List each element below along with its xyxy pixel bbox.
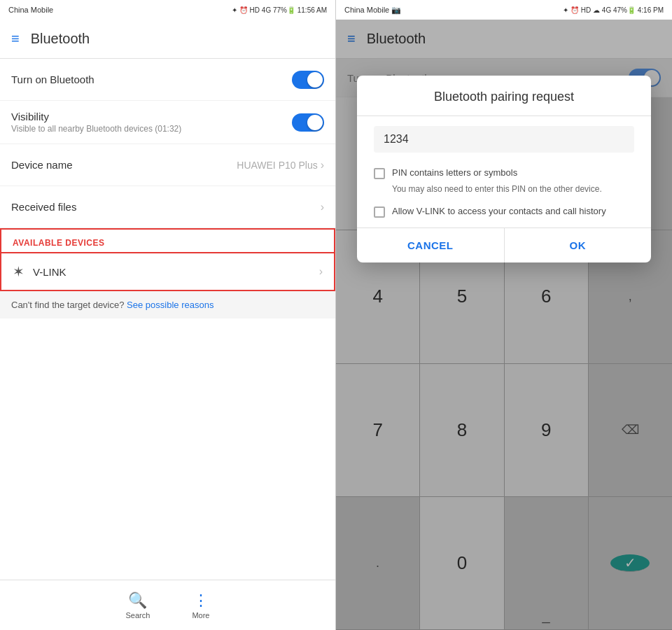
- dialog-title: Bluetooth pairing request: [357, 76, 651, 115]
- visibility-toggle[interactable]: [292, 113, 324, 132]
- left-status-icons: ✦ ⏰ HD 4G 77%🔋 11:56 AM: [232, 6, 327, 14]
- left-carrier: China Mobile: [8, 6, 53, 14]
- pin-input[interactable]: [374, 126, 634, 153]
- left-bottom-nav: 🔍 Search ⋮ More: [0, 580, 335, 630]
- left-app-bar: ≡ Bluetooth: [0, 20, 335, 59]
- left-hamburger-icon[interactable]: ≡: [11, 31, 20, 47]
- right-phone: China Mobile 📷 ✦ ⏰ HD ☁ 4G 47%🔋 4:16 PM …: [336, 0, 672, 630]
- device-name-label: Device name: [11, 159, 237, 171]
- received-files-label: Received files: [11, 201, 321, 213]
- visibility-label: Visibility: [11, 111, 292, 122]
- setting-device-name[interactable]: Device name HUAWEI P10 Plus ›: [0, 144, 335, 186]
- left-settings-list: Turn on Bluetooth Visibility Visible to …: [0, 59, 335, 580]
- nav-search[interactable]: 🔍 Search: [126, 592, 150, 620]
- pin-letters-sublabel: You may also need to enter this PIN on t…: [357, 183, 651, 201]
- contacts-access-label: Allow V-LINK to access your contacts and…: [392, 205, 606, 218]
- search-icon: 🔍: [128, 592, 147, 610]
- cancel-button[interactable]: CANCEL: [357, 228, 505, 262]
- checkbox-row-1[interactable]: PIN contains letters or symbols: [357, 162, 651, 183]
- dialog-overlay: Bluetooth pairing request PIN contains l…: [336, 20, 672, 630]
- available-devices-header: AVAILABLE DEVICES: [0, 228, 335, 252]
- setting-label-group: Turn on Bluetooth: [11, 74, 292, 85]
- device-vlink-chevron-icon: ›: [319, 265, 323, 278]
- more-icon: ⋮: [193, 592, 209, 610]
- dialog-buttons: CANCEL OK: [357, 227, 651, 262]
- bluetooth-device-icon: ✶: [13, 263, 24, 280]
- setting-visibility[interactable]: Visibility Visible to all nearby Bluetoo…: [0, 101, 335, 144]
- available-devices-section: ✶ V-LINK ›: [0, 252, 335, 291]
- bluetooth-toggle[interactable]: [292, 71, 324, 89]
- footer-hint: Can't find the target device? See possib…: [0, 291, 335, 318]
- device-name-label-group: Device name: [11, 159, 237, 171]
- search-label: Search: [126, 611, 150, 620]
- pin-letters-checkbox[interactable]: [374, 168, 385, 179]
- left-status-bar: China Mobile ✦ ⏰ HD 4G 77%🔋 11:56 AM: [0, 0, 335, 20]
- turn-on-bluetooth-label: Turn on Bluetooth: [11, 74, 292, 85]
- nav-more[interactable]: ⋮ More: [192, 592, 209, 620]
- received-files-label-group: Received files: [11, 201, 321, 213]
- contacts-access-checkbox[interactable]: [374, 206, 385, 218]
- device-name-chevron-icon: ›: [321, 159, 324, 172]
- device-item-vlink[interactable]: ✶ V-LINK ›: [1, 253, 334, 290]
- right-carrier: China Mobile 📷: [344, 6, 401, 15]
- footer-hint-text: Can't find the target device?: [11, 300, 124, 310]
- pin-input-container: [357, 116, 651, 162]
- left-phone: China Mobile ✦ ⏰ HD 4G 77%🔋 11:56 AM ≡ B…: [0, 0, 336, 630]
- right-status-bar: China Mobile 📷 ✦ ⏰ HD ☁ 4G 47%🔋 4:16 PM: [336, 0, 672, 20]
- setting-turn-on-bluetooth[interactable]: Turn on Bluetooth: [0, 59, 335, 101]
- ok-button[interactable]: OK: [505, 228, 652, 262]
- device-name-value: HUAWEI P10 Plus: [237, 160, 317, 171]
- setting-received-files[interactable]: Received files ›: [0, 186, 335, 228]
- more-label: More: [192, 611, 209, 620]
- footer-hint-link[interactable]: See possible reasons: [127, 300, 214, 310]
- received-files-chevron-icon: ›: [321, 201, 324, 214]
- setting-visibility-label-group: Visibility Visible to all nearby Bluetoo…: [11, 111, 292, 134]
- device-name-vlink: V-LINK: [33, 266, 311, 278]
- checkbox-row-2[interactable]: Allow V-LINK to access your contacts and…: [357, 201, 651, 222]
- pairing-dialog: Bluetooth pairing request PIN contains l…: [357, 76, 651, 262]
- pin-letters-label: PIN contains letters or symbols: [392, 167, 517, 179]
- left-app-title: Bluetooth: [31, 31, 90, 47]
- visibility-sublabel: Visible to all nearby Bluetooth devices …: [11, 124, 292, 134]
- right-status-icons: ✦ ⏰ HD ☁ 4G 47%🔋 4:16 PM: [563, 6, 664, 14]
